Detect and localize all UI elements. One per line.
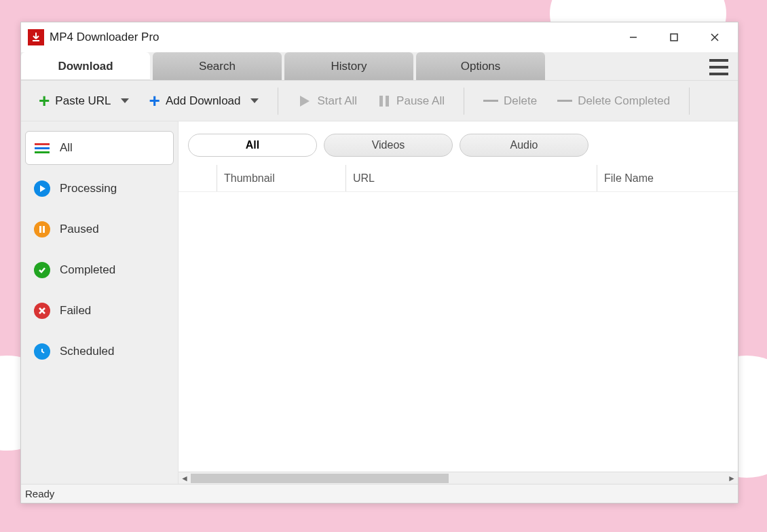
sidebar-item-all[interactable]: All (25, 131, 174, 165)
plus-icon: + (39, 92, 50, 111)
tab-options[interactable]: Options (416, 52, 545, 80)
status-text: Ready (25, 488, 54, 499)
pause-circle-icon (34, 221, 50, 238)
separator (278, 88, 278, 115)
sidebar-item-scheduled[interactable]: Scheduled (25, 335, 174, 368)
list-icon (34, 140, 50, 156)
column-label: File Name (604, 172, 654, 185)
button-label: Start All (318, 94, 358, 108)
content-body: All Processing Paused Completed (21, 121, 738, 484)
tab-label: Download (58, 60, 113, 73)
app-window: MP4 Downloader Pro Download Search Histo… (20, 22, 738, 504)
filter-label: All (246, 139, 259, 151)
table-body (179, 192, 738, 472)
separator (464, 88, 464, 115)
sidebar-item-label: Processing (60, 182, 117, 195)
column-label: URL (353, 172, 375, 185)
filter-label: Audio (510, 139, 538, 151)
column-filename[interactable]: File Name (597, 165, 738, 191)
chevron-down-icon (250, 98, 259, 103)
main-tabbar: Download Search History Options (21, 52, 738, 81)
sidebar-item-completed[interactable]: Completed (25, 253, 174, 287)
close-button[interactable] (694, 22, 735, 52)
filter-label: Videos (372, 139, 405, 151)
scroll-thumb[interactable] (191, 474, 449, 483)
column-url[interactable]: URL (345, 165, 597, 191)
tab-history[interactable]: History (284, 52, 413, 80)
pause-icon (377, 94, 391, 109)
tab-label: Search (199, 60, 236, 73)
svg-rect-2 (386, 96, 389, 107)
plus-icon: + (149, 92, 160, 111)
menu-button[interactable] (707, 55, 731, 79)
svg-rect-1 (379, 96, 383, 107)
svg-rect-4 (43, 226, 45, 233)
svg-rect-3 (39, 226, 41, 233)
svg-rect-0 (671, 34, 677, 41)
sidebar-item-label: All (60, 141, 73, 155)
sidebar-item-paused[interactable]: Paused (25, 212, 174, 246)
play-icon (297, 94, 312, 109)
menu-icon (709, 59, 728, 62)
column-thumbnail[interactable]: Thumbnail (217, 165, 345, 191)
pause-all-button[interactable]: Pause All (371, 90, 451, 113)
sidebar: All Processing Paused Completed (21, 121, 179, 484)
sidebar-item-label: Scheduled (60, 345, 114, 358)
chevron-down-icon (121, 98, 129, 103)
sidebar-item-label: Failed (60, 304, 91, 318)
button-label: Delete (504, 94, 537, 108)
scroll-track[interactable] (191, 474, 726, 483)
column-label: Thumbnail (224, 172, 275, 185)
maximize-button[interactable] (654, 22, 694, 52)
minus-icon (483, 100, 498, 102)
column-checkbox[interactable] (179, 165, 217, 191)
check-circle-icon (34, 262, 50, 278)
minus-icon (557, 100, 572, 102)
paste-url-button[interactable]: + Paste URL (32, 88, 136, 115)
tab-label: Options (461, 60, 501, 73)
add-download-button[interactable]: + Add Download (143, 88, 265, 115)
filter-all[interactable]: All (188, 134, 317, 157)
window-controls (613, 22, 735, 52)
minimize-button[interactable] (613, 22, 654, 52)
scroll-left-icon[interactable]: ◄ (179, 474, 191, 483)
start-all-button[interactable]: Start All (291, 90, 364, 113)
titlebar[interactable]: MP4 Downloader Pro (21, 22, 738, 52)
button-label: Pause All (396, 94, 445, 108)
scroll-right-icon[interactable]: ► (726, 474, 738, 483)
statusbar: Ready (21, 484, 738, 503)
button-label: Paste URL (55, 94, 111, 108)
button-label: Delete Completed (578, 94, 670, 108)
toolbar: + Paste URL + Add Download Start All Pau… (21, 81, 738, 121)
play-circle-icon (34, 180, 50, 197)
horizontal-scrollbar[interactable]: ◄ ► (179, 472, 738, 484)
separator (689, 88, 690, 115)
main-panel: All Videos Audio Thumbnail URL File Name… (179, 121, 738, 484)
filter-audio[interactable]: Audio (460, 134, 588, 157)
delete-button[interactable]: Delete (476, 90, 544, 112)
filter-videos[interactable]: Videos (324, 134, 453, 157)
filter-row: All Videos Audio (179, 121, 738, 165)
button-label: Add Download (166, 94, 241, 108)
sidebar-item-label: Completed (60, 263, 115, 277)
sidebar-item-failed[interactable]: Failed (25, 294, 174, 328)
x-circle-icon (34, 303, 50, 319)
table-header: Thumbnail URL File Name (179, 165, 738, 192)
sidebar-item-processing[interactable]: Processing (25, 172, 174, 206)
sidebar-item-label: Paused (60, 223, 99, 236)
window-title: MP4 Downloader Pro (50, 31, 160, 44)
tab-download[interactable]: Download (21, 52, 150, 80)
app-icon (28, 29, 44, 45)
clock-icon (34, 343, 50, 360)
tab-search[interactable]: Search (153, 52, 282, 80)
tab-label: History (331, 60, 367, 73)
delete-completed-button[interactable]: Delete Completed (550, 90, 677, 112)
